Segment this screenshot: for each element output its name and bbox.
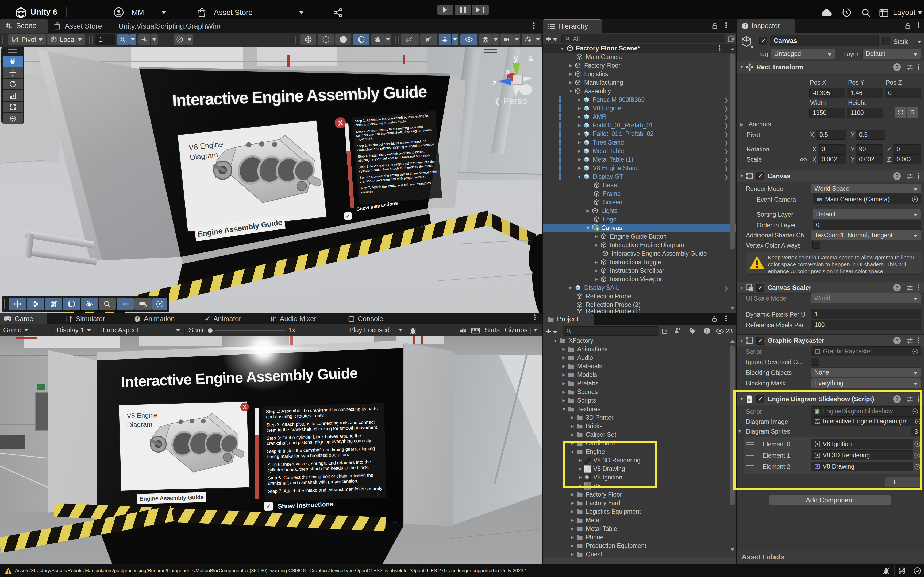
svg-text:?: ? [895,338,898,343]
svg-text:?: ? [895,64,898,70]
svg-text:x: x [506,67,510,75]
svg-text:z: z [493,78,497,87]
svg-text:2D: 2D [405,37,411,42]
svg-text:y: y [514,53,518,63]
svg-text:?: ? [895,285,898,291]
svg-text:?: ? [895,173,898,179]
svg-text:Y: Y [123,40,125,43]
